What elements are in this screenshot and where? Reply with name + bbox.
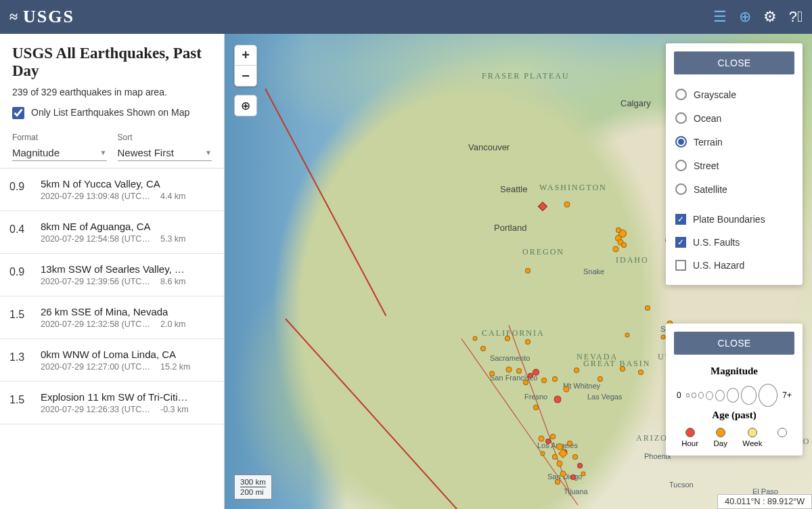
earthquake-marker[interactable] (525, 339, 531, 345)
zoom-control: + − (234, 45, 257, 87)
earthquake-marker[interactable] (545, 439, 551, 444)
earthquake-marker[interactable] (564, 202, 570, 208)
earthquake-marker[interactable] (489, 371, 495, 376)
earthquake-row[interactable]: 0.4 8km NE of Aguanga, CA 2020-07-29 12:… (0, 211, 224, 254)
age-dot (685, 428, 695, 437)
location: 13km SSW of Searles Valley, … (41, 263, 215, 275)
earthquake-marker[interactable] (539, 436, 545, 442)
radio-icon (675, 160, 687, 171)
age-dot (777, 428, 787, 437)
earthquake-marker[interactable] (525, 268, 531, 273)
basemap-option[interactable]: Grayscale (674, 83, 794, 106)
earthquake-marker[interactable] (564, 386, 570, 393)
layers-panel: CLOSE GrayscaleOceanTerrainStreetSatelli… (666, 43, 803, 285)
earthquake-marker[interactable] (597, 376, 603, 382)
location: 26 km SSE of Mina, Nevada (41, 306, 215, 317)
earthquake-list[interactable]: 0.9 5km N of Yucca Valley, CA 2020-07-29… (0, 168, 224, 509)
location: 5km N of Yucca Valley, CA (41, 178, 215, 190)
legend-panel: CLOSE Magnitude 0 7+ Age (past) HourDayW… (666, 324, 803, 456)
earthquake-marker[interactable] (621, 242, 627, 248)
earthquake-marker[interactable] (661, 335, 666, 340)
earthquake-marker[interactable] (574, 368, 579, 373)
earthquake-marker[interactable] (577, 463, 583, 468)
earthquake-row[interactable]: 1.5 Explosion 11 km SW of Tri-Citi… 2020… (0, 382, 224, 424)
basemap-option[interactable]: Ocean (674, 106, 794, 130)
basemap-option[interactable]: Street (674, 154, 794, 177)
earthquake-row[interactable]: 1.5 26 km SSE of Mina, Nevada 2020-07-29… (0, 296, 224, 339)
earthquake-marker[interactable] (552, 454, 558, 460)
legend-close-button[interactable]: CLOSE (674, 332, 794, 355)
earthquake-row[interactable]: 0.9 5km N of Yucca Valley, CA 2020-07-29… (0, 169, 224, 211)
earthquake-marker[interactable] (480, 346, 486, 351)
overlay-option[interactable]: ✓U.S. Faults (674, 231, 794, 254)
earthquake-marker[interactable] (567, 441, 572, 446)
earthquake-marker[interactable] (505, 336, 510, 341)
globe-icon[interactable]: ⊕ (739, 8, 751, 26)
earthquake-marker[interactable] (533, 405, 539, 410)
earthquake-marker[interactable] (541, 451, 545, 456)
earthquake-marker[interactable] (506, 367, 512, 373)
earthquake-marker[interactable] (533, 369, 539, 376)
format-select[interactable]: Magnitude▼ (12, 145, 107, 161)
depth: 8.6 km (160, 277, 186, 286)
earthquake-row[interactable]: 0.9 13km SSW of Searles Valley, … 2020-0… (0, 254, 224, 296)
earthquake-marker[interactable] (613, 246, 619, 252)
earthquake-marker[interactable] (541, 378, 547, 383)
depth: 15.2 km (160, 362, 190, 372)
zoom-out-button[interactable]: − (235, 66, 256, 86)
zoom-in-button[interactable]: + (235, 45, 256, 66)
help-icon[interactable]: ?⃝ (789, 8, 803, 26)
magnitude: 0.9 (9, 178, 32, 201)
layers-close-button[interactable]: CLOSE (674, 51, 794, 74)
magnitude: 0.4 (9, 221, 32, 244)
list-icon[interactable]: ☰ (713, 8, 727, 26)
basemap-option[interactable]: Terrain (674, 130, 794, 154)
radio-icon (675, 183, 687, 195)
radio-icon (675, 89, 687, 100)
earthquake-marker[interactable] (473, 336, 478, 341)
earthquake-marker[interactable] (572, 454, 578, 460)
magnitude: 1.5 (9, 391, 32, 414)
earthquake-marker[interactable] (552, 376, 558, 382)
earthquake-row[interactable]: 1.3 0km WNW of Loma Linda, CA 2020-07-29… (0, 339, 224, 382)
sort-select[interactable]: Newest First▼ (118, 145, 212, 161)
overlay-option[interactable]: U.S. Hazard (674, 254, 794, 277)
age-dot (748, 428, 757, 437)
earthquake-marker[interactable] (570, 474, 576, 480)
earthquake-marker[interactable] (557, 461, 563, 467)
timestamp: 2020-07-29 12:26:33 (UTC-06:… (41, 405, 152, 414)
only-shown-checkbox[interactable] (12, 107, 24, 119)
sidebar: USGS All Earthquakes, Past Day 239 of 32… (0, 34, 225, 509)
earthquake-marker[interactable] (554, 396, 562, 403)
topbar-icons: ☰ ⊕ ⚙ ?⃝ (713, 8, 803, 26)
earthquake-marker[interactable] (560, 471, 566, 477)
location: 0km WNW of Loma Linda, CA (41, 349, 215, 360)
earthquake-marker[interactable] (645, 305, 650, 311)
earthquake-marker[interactable] (620, 366, 625, 372)
earthquake-marker[interactable] (581, 472, 586, 477)
gear-icon[interactable]: ⚙ (763, 8, 777, 26)
location: 8km NE of Aguanga, CA (41, 221, 215, 232)
fullscreen-globe-button[interactable]: ⊕ (234, 95, 257, 116)
only-shown-checkbox-row[interactable]: Only List Earthquakes Shown on Map (12, 107, 212, 119)
earthquake-marker[interactable] (550, 434, 556, 439)
depth: 2.0 km (160, 319, 186, 329)
page-title: USGS All Earthquakes, Past Day (12, 45, 212, 80)
earthquake-marker[interactable] (523, 380, 528, 385)
magnitude: 1.3 (9, 349, 32, 372)
magnitude: 0.9 (9, 263, 32, 286)
wave-icon: ≈ (9, 8, 19, 26)
earthquake-marker[interactable] (616, 227, 621, 233)
depth: 5.3 km (160, 234, 186, 244)
earthquake-marker[interactable] (516, 368, 522, 374)
earthquake-marker[interactable] (638, 370, 644, 375)
location: Explosion 11 km SW of Tri-Citi… (41, 391, 215, 403)
earthquake-marker[interactable] (555, 479, 560, 485)
checkbox-icon (675, 260, 686, 271)
legend-magnitude-scale: 0 7+ (674, 384, 794, 407)
earthquake-marker[interactable] (625, 333, 630, 338)
chevron-down-icon: ▼ (100, 149, 107, 156)
map[interactable]: CalgaryVancouverSeattlePortlandSacrament… (225, 34, 812, 509)
overlay-option[interactable]: ✓Plate Boundaries (674, 208, 794, 231)
basemap-option[interactable]: Satellite (674, 177, 794, 201)
